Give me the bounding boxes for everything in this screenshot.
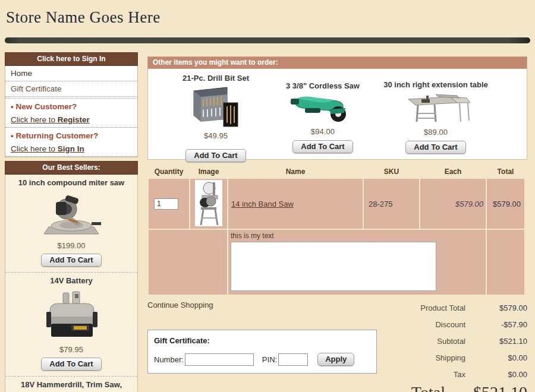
gift-number-label: Number: [154,355,184,364]
totals-row: Shipping $0.00 [380,354,527,362]
best-seller-item: 18V Hammerdrill, Trim Saw, Reciprocating… [5,377,137,392]
column-name: Name [228,166,363,178]
best-seller-item: 10 inch compound miter saw [5,175,137,273]
order-note-textarea[interactable] [231,242,436,291]
totals-row: Subtotal $521.10 [380,337,527,345]
drill-bit-set-image [156,85,275,130]
register-link-prefix: Click here to [11,115,58,124]
column-quantity: Quantity [149,166,189,178]
column-each: Each [420,166,486,178]
totals-value: $579.00 [465,304,527,312]
product-name: 21-Pc. Drill Bit Set [156,74,275,83]
product-price: $94.00 [275,127,370,136]
suggestions-header: Other items you might want to order: [147,56,527,69]
signin-link-bold: Sign In [58,144,84,153]
column-sku: SKU [364,166,419,178]
gift-pin-label: PIN: [262,355,277,364]
new-customer-label: • New Customer? [5,98,137,112]
each-cell: $579.00 [420,179,486,229]
band-saw-image [195,180,222,226]
product-price: $199.00 [8,241,135,250]
product-name[interactable]: 10 inch compound miter saw [8,178,135,188]
page-title: Store Name Goes Here [6,8,160,27]
suggested-item: 3 3/8" Cordless Saw $94.00 Add To Cart [275,69,370,159]
totals-row: Product Total $579.00 [380,304,527,312]
sku-cell: 28-275 [364,179,419,229]
totals-value: -$57.90 [465,321,527,328]
product-name[interactable]: 18V Hammerdrill, Trim Saw, Reciprocating… [8,380,135,392]
product-name: 30 inch right extension table [370,80,501,89]
note-cell: this is my text [228,230,486,295]
continue-shopping-link[interactable]: Continue Shopping [147,301,380,309]
add-to-cart-button[interactable]: Add To Cart [41,358,101,371]
register-link[interactable]: Click here to Register [5,112,137,128]
add-to-cart-button[interactable]: Add To Cart [405,141,465,154]
best-sellers-header: Our Best Sellers: [5,161,138,175]
total-cell: $579.00 [487,179,524,229]
grand-total-row: Total $521.10 [380,383,527,392]
header-divider-bar [5,37,530,43]
column-image: Image [190,166,227,178]
totals-label: Tax [454,371,465,378]
best-seller-item: 14V Battery $79.95 [5,273,137,377]
sidebar-item-home[interactable]: Home [5,66,137,81]
add-to-cart-button[interactable]: Add To Cart [292,140,353,153]
name-cell: 14 inch Band Saw [228,179,363,229]
product-name[interactable]: 14V Battery [8,276,135,286]
grand-total-label: Total [411,383,445,392]
cart-empty-cell [149,230,227,295]
totals-label: Product Total [420,304,465,312]
returning-customer-label: • Returning Customer? [5,128,137,141]
suggested-item: 21-Pc. Drill Bit Set [156,69,275,159]
signin-panel: Click here to Sign In Home Gift Certific… [5,52,138,157]
cart-item-link[interactable]: 14 inch Band Saw [231,200,294,208]
quantity-input[interactable] [154,198,178,210]
add-to-cart-button[interactable]: Add To Cart [185,149,246,162]
totals-row: Discount -$57.90 [380,321,527,328]
cordless-saw-image [275,93,370,126]
cart-empty-cell [487,230,524,295]
quantity-cell [149,179,189,229]
miter-saw-image [8,192,135,239]
totals-row: Tax $0.00 [380,371,527,378]
product-price: $79.95 [8,345,135,354]
note-label: this is my text [231,232,483,240]
extension-table-image: 30 inch right extension table [370,80,501,127]
order-totals: Product Total $579.00 Discount -$57.90 S… [380,304,527,392]
best-sellers-panel: Our Best Sellers: 10 inch compound miter… [5,161,138,392]
best-sellers-body: 10 inch compound miter saw [5,175,138,392]
signin-link-prefix: Click here to [11,144,58,153]
register-link-bold: Register [58,115,90,124]
apply-button[interactable]: Apply [317,353,354,366]
sidebar-item-gift-certificate[interactable]: Gift Certificate [5,81,137,97]
footer-left: Continue Shopping Gift Certificate: Numb… [147,301,380,392]
gift-certificate-title: Gift Certificate: [154,336,370,345]
suggestions-body: 21-Pc. Drill Bit Set [147,69,527,160]
gift-certificate-box: Gift Certificate: Number: PIN: Apply [147,330,377,374]
signin-panel-header[interactable]: Click here to Sign In [5,52,138,66]
cart-table: Quantity Image Name SKU Each Total [147,165,525,296]
product-name: 3 3/8" Cordless Saw [275,81,370,90]
product-price: $89.00 [370,128,501,137]
totals-value: $0.00 [465,354,527,362]
totals-label: Discount [435,321,465,328]
signin-panel-body: Home Gift Certificate • New Customer? Cl… [5,66,138,157]
add-to-cart-button[interactable]: Add To Cart [41,254,101,267]
cart-note-row: this is my text [149,230,524,295]
totals-label: Subtotal [437,337,465,345]
sidebar: Click here to Sign In Home Gift Certific… [5,52,138,392]
cart-footer: Continue Shopping Gift Certificate: Numb… [147,301,527,392]
cart-header-row: Quantity Image Name SKU Each Total [149,166,524,178]
grand-total-value: $521.10 [445,383,527,392]
totals-value: $521.10 [465,337,527,345]
suggested-item: 30 inch right extension table $ [370,69,501,159]
main-content: Other items you might want to order: 21-… [147,56,527,392]
cart-item-row: 14 inch Band Saw 28-275 $579.00 $579.00 [149,179,524,229]
gift-pin-input[interactable] [278,353,308,366]
gift-number-input[interactable] [185,353,254,366]
battery-image [8,290,135,343]
signin-link[interactable]: Click here to Sign In [5,141,137,157]
totals-value: $0.00 [465,371,527,378]
product-price: $49.95 [156,131,275,140]
column-total: Total [487,166,524,178]
